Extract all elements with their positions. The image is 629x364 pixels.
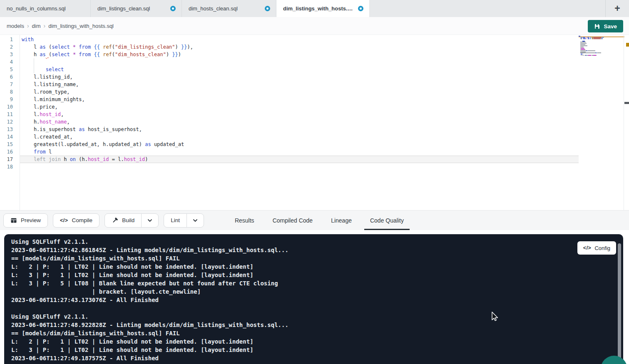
minimap-token	[594, 38, 601, 39]
code-token: host_id	[40, 111, 61, 117]
minimap-token	[593, 37, 602, 38]
code-token: (	[46, 44, 52, 50]
line-number: 3	[0, 51, 20, 58]
tab-code-quality[interactable]: Code Quality	[361, 210, 413, 230]
code-line: l.listing_id,	[20, 73, 579, 81]
save-icon	[594, 23, 600, 29]
minimap-token	[588, 50, 595, 51]
minimap-token	[580, 43, 587, 44]
breadcrumb-bar: models›dim›dim_listings_with_hosts.sql S…	[0, 17, 629, 35]
code-token: l	[22, 44, 40, 50]
line-number: 15	[0, 141, 20, 148]
code-token: (	[112, 52, 115, 57]
unsaved-dot-icon	[265, 6, 270, 11]
lint-button[interactable]: Lint	[164, 213, 204, 228]
minimap-token	[593, 55, 596, 56]
code-token: select	[52, 44, 70, 50]
editor-tab-dim-hosts-clean-sql[interactable]: dim_hosts_clean.sql	[182, 0, 276, 17]
breadcrumb-item-dim[interactable]: dim	[32, 23, 41, 29]
code-token: from	[34, 149, 46, 155]
lint-button-main[interactable]: Lint	[164, 214, 186, 227]
editor-tab-dim-listings-clean-sql[interactable]: dim_listings_clean.sql	[91, 0, 182, 17]
tab-compiled-code[interactable]: Compiled Code	[264, 210, 322, 230]
line-number: 13	[0, 126, 20, 133]
code-token: h.	[22, 119, 40, 125]
code-token: ,	[67, 119, 70, 125]
code-editor: 123456789101112131415161718 with l as (s…	[0, 35, 629, 210]
code-icon: </>	[583, 245, 592, 251]
line-number: 18	[0, 163, 20, 171]
minimap-token	[602, 38, 603, 39]
code-token: l.listing_id,	[22, 74, 73, 80]
code-token: host_is_superhost,	[85, 126, 142, 132]
minimap-token	[597, 52, 601, 53]
breadcrumb-item-models[interactable]: models	[7, 23, 24, 29]
code-icon: </>	[60, 218, 68, 223]
save-button-label: Save	[604, 23, 617, 30]
code-token: ref	[103, 44, 112, 50]
code-token: {{	[94, 44, 99, 50]
code-line: h.host_name,	[20, 118, 579, 126]
compile-button[interactable]: </>Compile	[53, 213, 99, 228]
minimap[interactable]	[579, 36, 609, 57]
tab-results[interactable]: Results	[226, 210, 264, 230]
build-button-main[interactable]: Build	[105, 214, 141, 227]
terminal-output: Using SQLFluff v2.1.1. 2023-06-06T11:27:…	[4, 234, 623, 362]
breadcrumb-separator: ›	[27, 22, 29, 29]
code-token: l.created_at,	[22, 134, 73, 140]
code-token: )	[175, 44, 181, 50]
code-token: (	[112, 44, 115, 50]
build-button[interactable]: Build	[104, 213, 159, 228]
compile-button-main[interactable]: </>Compile	[53, 214, 99, 227]
editor-scrollbar-thumb[interactable]	[624, 102, 629, 104]
code-token: from	[79, 52, 91, 57]
code-token: host_name	[40, 119, 67, 125]
line-number: 10	[0, 103, 20, 111]
chevron-down-icon	[192, 217, 199, 224]
tab-bar-spacer	[370, 0, 605, 17]
code-line	[20, 163, 579, 171]
minimap-token	[582, 41, 585, 42]
code-token: l.room_type,	[22, 89, 70, 95]
minimap-token	[580, 45, 587, 46]
terminal-scrollbar-thumb[interactable]	[618, 243, 621, 361]
tab-lineage[interactable]: Lineage	[322, 210, 361, 230]
lint-dropdown-toggle[interactable]	[186, 214, 204, 227]
toolbar-buttons: Preview</>CompileBuildLint	[3, 213, 209, 228]
code-token: greatest(l.updated_at, h.updated_at)	[22, 141, 145, 147]
minimap-token	[580, 52, 596, 53]
code-token: as	[40, 52, 45, 57]
tab-label: dim_listings_clean.sql	[97, 5, 150, 12]
config-button[interactable]: </> Config	[577, 241, 616, 255]
lint-button-label: Lint	[171, 217, 180, 223]
hammer-icon	[112, 217, 118, 224]
code-token	[22, 149, 34, 155]
code-token: *	[73, 44, 76, 50]
editor-tab-no-nulls-in-columns-sql[interactable]: no_nulls_in_columns.sql	[0, 0, 91, 17]
preview-button[interactable]: Preview	[3, 213, 48, 228]
code-token: as	[40, 44, 45, 50]
editor-tab-dim-listings-with-hosts-sql[interactable]: dim_listings_with_hosts.sql	[276, 0, 370, 17]
panel-tabs: ResultsCompiled CodeLineageCode Quality	[226, 210, 413, 230]
line-number: 11	[0, 111, 20, 118]
code-token	[70, 44, 73, 50]
unsaved-dot-icon	[170, 6, 176, 11]
code-line: h as (select * from {{ ref("dim_hosts_cl…	[20, 51, 579, 58]
code-token: l.price,	[22, 104, 58, 110]
code-token: )	[178, 52, 181, 57]
breadcrumb-separator: ›	[44, 22, 46, 29]
preview-button-main[interactable]: Preview	[4, 214, 47, 227]
build-dropdown-toggle[interactable]	[141, 214, 158, 227]
breadcrumb-item-dim-listings-with-hosts-sql[interactable]: dim_listings_with_hosts.sql	[48, 23, 114, 29]
code-token: (h.	[76, 156, 88, 162]
config-button-label: Config	[594, 245, 610, 251]
indent-guide	[34, 58, 34, 73]
code-token: l.	[22, 111, 40, 117]
code-area[interactable]: with l as (select * from {{ ref("dim_lis…	[20, 35, 579, 210]
line-number: 7	[0, 81, 20, 88]
tab-label: no_nulls_in_columns.sql	[7, 5, 66, 12]
save-button[interactable]: Save	[588, 20, 623, 32]
minimap-token	[596, 55, 597, 56]
new-tab-button[interactable]: +	[605, 0, 629, 17]
tab-label: dim_hosts_clean.sql	[189, 5, 238, 12]
